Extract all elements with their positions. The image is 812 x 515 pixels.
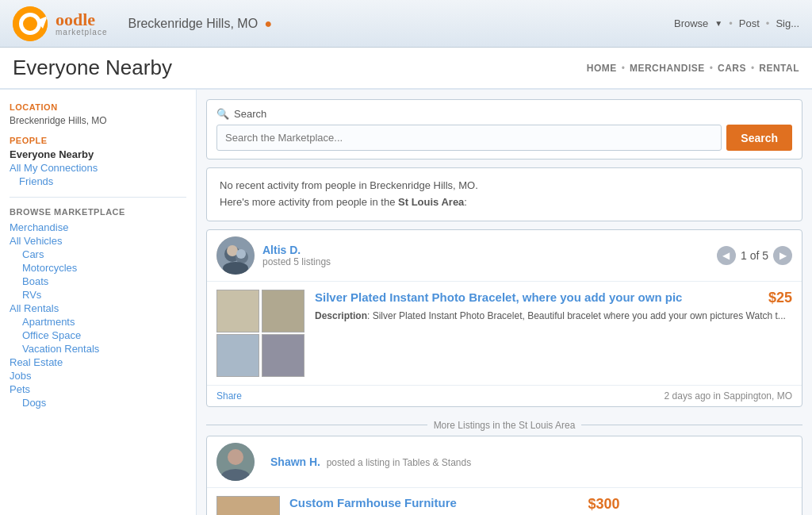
avatar-shawn — [216, 443, 255, 481]
sidebar-item-office-space[interactable]: Office Space — [22, 329, 186, 341]
listing-image-2a[interactable] — [216, 496, 280, 515]
location-display: Breckenridge Hills, MO ● — [128, 17, 272, 31]
sidebar-item-all-rentals[interactable]: All Rentals — [10, 302, 186, 314]
title-bar: Everyone Nearby HOME • MERCHANDISE • CAR… — [0, 48, 812, 90]
sidebar-divider — [10, 197, 186, 198]
next-page-button[interactable]: ▶ — [773, 246, 792, 265]
sidebar-item-dogs[interactable]: Dogs — [22, 397, 186, 409]
listing-price-1: $25 — [768, 290, 792, 306]
main-layout: LOCATION Breckenridge Hills, MO PEOPLE E… — [0, 90, 812, 515]
listing-title-1[interactable]: Silver Plated Instant Photo Bracelet, wh… — [315, 290, 682, 306]
poster-sub-1: posted 5 listings — [262, 256, 331, 267]
listing-poster-2: Shawn H. posted a listing in Tables & St… — [216, 443, 471, 481]
listing-title-2[interactable]: Custom Farmhouse Furniture — [289, 496, 457, 509]
search-row: Search — [216, 125, 792, 151]
logo-name: oodle — [56, 11, 107, 29]
listing-header-1: Altis D. posted 5 listings ◀ 1 of 5 ▶ — [207, 230, 802, 282]
sidebar-item-connections[interactable]: All My Connections — [10, 162, 186, 174]
logo-text: oodle marketplace — [56, 11, 107, 37]
location-label: LOCATION — [10, 102, 186, 112]
location-pin-icon: ● — [265, 17, 273, 30]
avatar-altis — [216, 236, 255, 275]
listing-title-row-1: Silver Plated Instant Photo Bracelet, wh… — [315, 290, 792, 306]
poster-sub-2: posted a listing in Tables & Stands — [327, 457, 472, 468]
location-value: Breckenridge Hills, MO — [10, 115, 186, 126]
svg-point-10 — [228, 449, 243, 465]
breadcrumb-dot1: • — [622, 63, 625, 74]
listing-card-2: Shawn H. posted a listing in Tables & St… — [206, 436, 802, 515]
sidebar: LOCATION Breckenridge Hills, MO PEOPLE E… — [0, 90, 197, 515]
browse-section: BROWSE MARKETPLACE Merchandise All Vehic… — [10, 207, 186, 409]
content-area: 🔍 Search Search No recent activity from … — [197, 90, 812, 515]
sidebar-item-everyone-nearby[interactable]: Everyone Nearby — [10, 148, 186, 160]
breadcrumb-dot2: • — [710, 63, 713, 74]
oodle-logo-icon — [13, 6, 48, 41]
svg-point-7 — [227, 245, 238, 256]
breadcrumb-dot3: • — [751, 63, 754, 74]
share-link-1[interactable]: Share — [216, 390, 242, 402]
listing-body-2: Custom Farmhouse Furniture $300 Descript… — [207, 488, 802, 515]
listing-image-1b[interactable] — [262, 290, 304, 332]
listing-poster-1: Altis D. posted 5 listings — [216, 236, 331, 275]
sidebar-item-merchandise[interactable]: Merchandise — [10, 221, 186, 233]
breadcrumb-cars[interactable]: CARS — [718, 63, 746, 74]
people-section: PEOPLE Everyone Nearby All My Connection… — [10, 136, 186, 187]
breadcrumb-home[interactable]: HOME — [587, 63, 617, 74]
search-button[interactable]: Search — [726, 125, 792, 151]
listing-image-1c[interactable] — [216, 334, 259, 377]
listing-footer-1: Share 2 days ago in Sappington, MO — [207, 385, 802, 406]
sidebar-item-pets[interactable]: Pets — [10, 383, 186, 395]
sidebar-item-vacation-rentals[interactable]: Vacation Rentals — [22, 343, 186, 355]
pagination-1: ◀ 1 of 5 ▶ — [717, 246, 792, 265]
search-input[interactable] — [216, 125, 722, 151]
no-activity-line2: Here's more activity from people in the … — [220, 194, 789, 211]
search-box: 🔍 Search Search — [206, 99, 802, 159]
listing-price-2: $300 — [588, 496, 620, 513]
listing-body-1: Silver Plated Instant Photo Bracelet, wh… — [207, 282, 802, 385]
breadcrumb-merchandise[interactable]: MERCHANDISE — [630, 63, 705, 74]
browse-title: BROWSE MARKETPLACE — [10, 207, 186, 217]
sidebar-item-motorcycles[interactable]: Motorcycles — [22, 262, 186, 274]
sidebar-item-friends[interactable]: Friends — [19, 175, 186, 187]
listing-images-1 — [216, 290, 305, 377]
search-icon: 🔍 — [216, 108, 229, 120]
logo-sub: marketplace — [56, 29, 107, 37]
no-activity-line1: No recent activity from people in Brecke… — [220, 178, 789, 194]
listing-desc-1: Description: Silver Plated Instant Photo… — [315, 309, 792, 323]
poster-name-1[interactable]: Altis D. — [262, 244, 331, 256]
prev-page-button[interactable]: ◀ — [717, 246, 736, 265]
listing-details-1: Silver Plated Instant Photo Bracelet, wh… — [315, 290, 792, 377]
breadcrumb: HOME • MERCHANDISE • CARS • RENTAL — [587, 63, 799, 74]
page-info: 1 of 5 — [741, 249, 768, 262]
sidebar-item-all-vehicles[interactable]: All Vehicles — [10, 235, 186, 247]
svg-point-6 — [223, 262, 248, 275]
sidebar-item-boats[interactable]: Boats — [22, 275, 186, 287]
page-title: Everyone Nearby — [13, 56, 172, 80]
listing-image-1d[interactable] — [262, 334, 304, 377]
people-label: PEOPLE — [10, 136, 186, 145]
location-section: LOCATION Breckenridge Hills, MO — [10, 102, 186, 126]
top-header: oodle marketplace Breckenridge Hills, MO… — [0, 0, 812, 48]
nav-separator: • — [729, 17, 733, 29]
sidebar-item-jobs[interactable]: Jobs — [10, 370, 186, 382]
sidebar-item-cars[interactable]: Cars — [22, 248, 186, 260]
sign-nav-item[interactable]: Sig... — [776, 17, 799, 29]
sidebar-item-real-estate[interactable]: Real Estate — [10, 356, 186, 368]
area-divider: More Listings in the St Louis Area — [206, 415, 802, 436]
browse-nav-item[interactable]: Browse — [674, 17, 708, 29]
sidebar-item-apartments[interactable]: Apartments — [22, 316, 186, 328]
post-nav-item[interactable]: Post — [739, 17, 760, 29]
logo-area: oodle marketplace Breckenridge Hills, MO… — [13, 6, 272, 41]
poster-name-2[interactable]: Shawn H. — [270, 455, 320, 468]
nav-separator2: • — [766, 17, 770, 29]
listing-header-2: Shawn H. posted a listing in Tables & St… — [207, 436, 802, 488]
search-label: 🔍 Search — [216, 108, 792, 120]
sidebar-item-rvs[interactable]: RVs — [22, 289, 186, 301]
listing-card-1: Altis D. posted 5 listings ◀ 1 of 5 ▶ — [206, 229, 802, 407]
top-nav: Browse ▼ • Post • Sig... — [674, 17, 799, 29]
listing-timestamp-1: 2 days ago in Sappington, MO — [665, 390, 792, 402]
listing-image-1a[interactable] — [216, 290, 259, 332]
svg-point-1 — [21, 15, 39, 33]
no-activity-box: No recent activity from people in Brecke… — [206, 167, 802, 221]
breadcrumb-rental[interactable]: RENTAL — [759, 63, 799, 74]
